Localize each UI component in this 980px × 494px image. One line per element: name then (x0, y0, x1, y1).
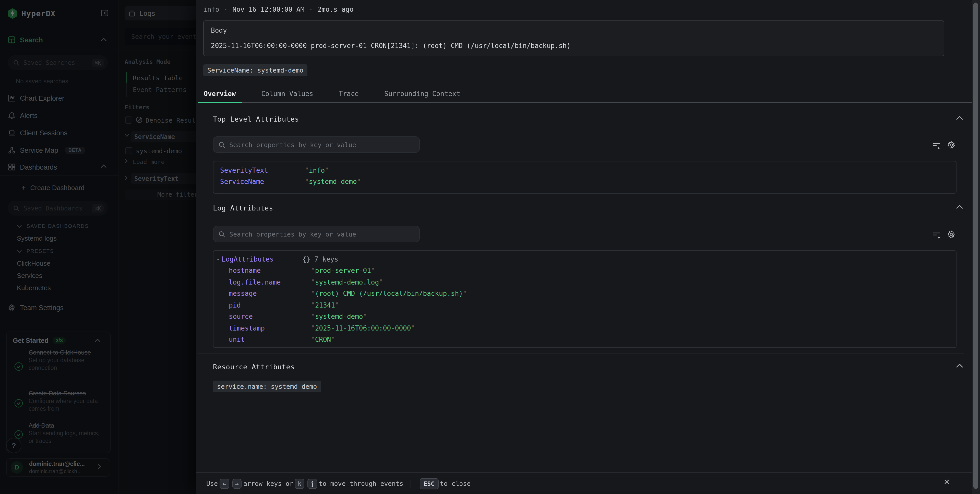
attribute-row[interactable]: timestamp2025-11-16T06:00:00-0000 (213, 322, 956, 334)
attribute-key[interactable]: hostname (229, 267, 311, 274)
attribute-key[interactable]: message (229, 290, 311, 298)
section-title-top-level: Top Level Attributes (213, 115, 299, 123)
attribute-value[interactable]: 2025-11-16T06:00:00-0000 (311, 324, 415, 332)
top-level-search-input[interactable]: Search properties by key or value (213, 136, 420, 153)
attribute-key[interactable]: ServiceName (220, 178, 305, 186)
tree-root-meta: {} 7 keys (302, 255, 338, 263)
scrollbar[interactable] (972, 0, 980, 494)
app-root: HyperDX Search Saved Searches ⌘K No save… (0, 0, 980, 494)
attribute-row[interactable]: unitCRON (213, 334, 956, 345)
attribute-value[interactable]: CRON (311, 336, 335, 344)
tree-root-key[interactable]: LogAttributes (222, 255, 274, 263)
event-header: info · Nov 16 12:00:00 AM · 2mo.s ago (203, 6, 354, 13)
detail-footer: Use ← → arrow keys or k j to move throug… (196, 472, 972, 494)
search-placeholder: Search properties by key or value (229, 230, 356, 238)
attribute-row[interactable]: message(root) CMD (/usr/local/bin/backup… (213, 288, 956, 300)
arrow-right-keycap: → (232, 478, 242, 489)
scrollbar-thumb[interactable] (974, 3, 978, 489)
log-attributes-search-input[interactable]: Search properties by key or value (213, 226, 420, 242)
wrap-lines-icon[interactable] (932, 232, 940, 239)
close-icon[interactable]: × (941, 476, 953, 488)
event-detail-panel: info · Nov 16 12:00:00 AM · 2mo.s ago Bo… (196, 0, 980, 494)
triangle-down-icon[interactable]: ▾ (216, 257, 220, 262)
attribute-value[interactable]: info (305, 167, 329, 174)
event-timestamp: Nov 16 12:00:00 AM (232, 6, 304, 13)
attribute-row[interactable]: ServiceName systemd-demo (213, 176, 956, 188)
search-placeholder: Search properties by key or value (229, 141, 356, 148)
esc-keycap: ESC (420, 478, 439, 489)
attribute-key[interactable]: SeverityText (220, 167, 305, 174)
attribute-row[interactable]: pid21341 (213, 300, 956, 311)
attribute-row[interactable]: hostnameprod-server-01 (213, 265, 956, 276)
attribute-value[interactable]: systemd-demo (311, 313, 367, 320)
braces-icon: {} (302, 255, 314, 263)
attribute-row[interactable]: sourcesystemd-demo (213, 311, 956, 322)
attribute-key[interactable]: log.file.name (229, 279, 311, 286)
k-keycap: k (295, 478, 305, 489)
log-attributes-tree: ▾ LogAttributes {} 7 keys hostnameprod-s… (213, 250, 956, 348)
tab-column-values[interactable]: Column Values (255, 87, 320, 103)
attribute-key[interactable]: unit (229, 336, 311, 344)
body-text[interactable]: 2025-11-16T06:00:00-0000 prod-server-01 … (211, 42, 571, 49)
top-level-attributes-table: SeverityText info ServiceName systemd-de… (213, 161, 956, 194)
search-icon (219, 231, 225, 237)
attribute-row[interactable]: log.file.namesystemd-demo.log (213, 276, 956, 288)
severity-badge: info (203, 6, 220, 13)
event-relative-time: 2mo.s ago (318, 6, 354, 13)
section-title-resource-attributes: Resource Attributes (213, 363, 295, 371)
detail-tabs: Overview Column Values Trace Surrounding… (197, 87, 972, 103)
attribute-key[interactable]: timestamp (229, 324, 311, 332)
gear-icon[interactable] (947, 230, 956, 239)
collapse-section-icon[interactable] (956, 364, 963, 368)
resource-attribute-tag[interactable]: service.name: systemd-demo (213, 381, 321, 392)
arrow-left-keycap: ← (220, 478, 229, 489)
attribute-key[interactable]: pid (229, 301, 311, 309)
body-label: Body (211, 27, 227, 34)
tab-overview[interactable]: Overview (197, 87, 242, 103)
tab-surrounding-context[interactable]: Surrounding Context (378, 87, 466, 103)
attribute-value[interactable]: systemd-demo (305, 178, 361, 186)
search-icon (219, 141, 225, 148)
attribute-key[interactable]: source (229, 313, 311, 320)
attribute-row[interactable]: SeverityText info (213, 164, 956, 176)
section-divider (197, 354, 964, 354)
section-title-log-attributes: Log Attributes (213, 204, 273, 212)
section-divider (197, 194, 964, 195)
footer-divider (410, 480, 411, 488)
attribute-value[interactable]: 21341 (311, 301, 339, 309)
attribute-value[interactable]: prod-server-01 (311, 267, 375, 274)
wrap-lines-icon[interactable] (932, 143, 940, 149)
servicename-tag[interactable]: ServiceName: systemd-demo (203, 64, 307, 76)
attribute-value[interactable]: systemd-demo.log (311, 279, 383, 286)
j-keycap: j (307, 478, 317, 489)
attribute-value[interactable]: (root) CMD (/usr/local/bin/backup.sh) (311, 290, 467, 298)
collapse-section-icon[interactable] (956, 116, 963, 120)
gear-icon[interactable] (947, 141, 956, 149)
tab-trace[interactable]: Trace (333, 87, 365, 103)
body-card: Body 2025-11-16T06:00:00-0000 prod-serve… (203, 21, 944, 56)
collapse-section-icon[interactable] (956, 205, 963, 209)
tree-root-row[interactable]: ▾ LogAttributes {} 7 keys (213, 253, 956, 265)
